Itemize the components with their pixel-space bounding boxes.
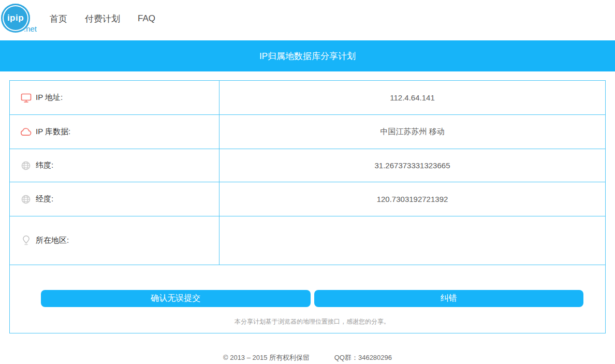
region-label: 所在地区: <box>36 236 69 245</box>
table-row-ip-address: IP 地址: 112.4.64.141 <box>10 81 605 115</box>
ip-info-panel: IP 地址: 112.4.64.141 IP 库数据: 中国江苏苏州 移动 <box>9 80 606 333</box>
ip-address-label: IP 地址: <box>36 93 63 103</box>
nav-item-paid-plan[interactable]: 付费计划 <box>85 13 120 25</box>
ip-address-label-cell: IP 地址: <box>10 81 219 114</box>
buttons-row: 确认无误提交 纠错 <box>41 290 583 307</box>
ipip-logo[interactable]: ipip .net <box>1 2 42 39</box>
longitude-label: 经度: <box>36 194 53 204</box>
actions-section: 确认无误提交 纠错 本分享计划基于浏览器的地理位置接口，感谢您的分享。 <box>10 265 605 333</box>
region-value <box>219 216 605 265</box>
ipip-logo-net: .net <box>24 24 37 33</box>
banner: IP归属地数据库分享计划 <box>0 40 615 71</box>
site-header: ipip .net 首页 付费计划 FAQ <box>0 0 615 40</box>
region-label-cell: 所在地区: <box>10 216 219 265</box>
latitude-label-cell: 纬度: <box>10 149 219 182</box>
table-row-ip-db: IP 库数据: 中国江苏苏州 移动 <box>10 115 605 149</box>
ip-address-value: 112.4.64.141 <box>219 81 605 114</box>
copyright-text: © 2013 – 2015 所有权利保留 <box>223 354 310 361</box>
globe-icon <box>20 160 32 171</box>
share-note: 本分享计划基于浏览器的地理位置接口，感谢您的分享。 <box>41 317 583 326</box>
confirm-submit-button[interactable]: 确认无误提交 <box>41 290 311 307</box>
site-footer: © 2013 – 2015 所有权利保留 QQ群：346280296 <box>0 353 615 364</box>
cloud-icon <box>20 126 32 138</box>
nav-item-home[interactable]: 首页 <box>50 13 67 25</box>
ipip-logo-text: ipip <box>7 13 24 23</box>
banner-title: IP归属地数据库分享计划 <box>259 50 356 62</box>
monitor-icon <box>20 92 32 104</box>
latitude-value: 31.267373331323665 <box>219 149 605 182</box>
globe-icon <box>20 194 32 205</box>
ip-db-value: 中国江苏苏州 移动 <box>219 115 605 149</box>
longitude-value: 120.7303192721392 <box>219 182 605 216</box>
pin-icon <box>20 235 32 246</box>
table-row-region: 所在地区: <box>10 216 605 265</box>
table-row-longitude: 经度: 120.7303192721392 <box>10 182 605 216</box>
table-row-latitude: 纬度: 31.267373331323665 <box>10 149 605 182</box>
ip-db-label: IP 库数据: <box>36 127 70 137</box>
longitude-label-cell: 经度: <box>10 182 219 216</box>
main-nav: 首页 付费计划 FAQ <box>50 13 173 25</box>
latitude-label: 纬度: <box>36 161 53 170</box>
nav-item-faq[interactable]: FAQ <box>138 13 155 24</box>
qq-group-text: QQ群：346280296 <box>334 354 392 361</box>
correction-button[interactable]: 纠错 <box>314 290 584 307</box>
ip-db-label-cell: IP 库数据: <box>10 115 219 149</box>
